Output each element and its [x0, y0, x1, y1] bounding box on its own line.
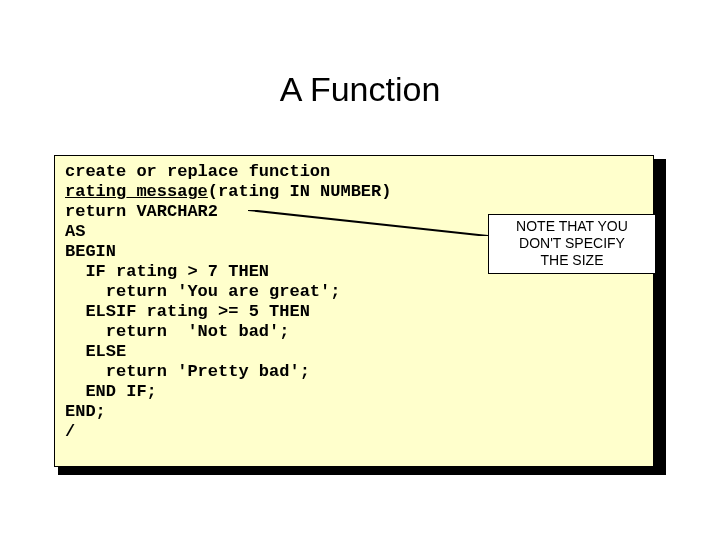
note-line-3: THE SIZE: [540, 252, 603, 268]
function-name: rating_message: [65, 182, 208, 201]
code-line-2b: (rating IN NUMBER): [208, 182, 392, 201]
code-line-8: ELSIF rating >= 5 THEN: [65, 302, 310, 321]
code-line-14: /: [65, 422, 75, 441]
code-line-10: ELSE: [65, 342, 126, 361]
code-line-13: END;: [65, 402, 106, 421]
code-line-6: IF rating > 7 THEN: [65, 262, 269, 281]
note-line-1: NOTE THAT YOU: [516, 218, 628, 234]
annotation-note: NOTE THAT YOU DON'T SPECIFY THE SIZE: [488, 214, 656, 274]
slide-title: A Function: [0, 70, 720, 109]
code-line-3: return VARCHAR2: [65, 202, 218, 221]
code-line-5: BEGIN: [65, 242, 116, 261]
code-line-7: return 'You are great';: [65, 282, 340, 301]
code-line-1: create or replace function: [65, 162, 330, 181]
code-line-4: AS: [65, 222, 85, 241]
code-line-9: return 'Not bad';: [65, 322, 289, 341]
slide: A Function create or replace function ra…: [0, 0, 720, 540]
code-line-12: END IF;: [65, 382, 157, 401]
note-line-2: DON'T SPECIFY: [519, 235, 625, 251]
code-line-11: return 'Pretty bad';: [65, 362, 310, 381]
code-box: create or replace function rating_messag…: [54, 155, 654, 467]
